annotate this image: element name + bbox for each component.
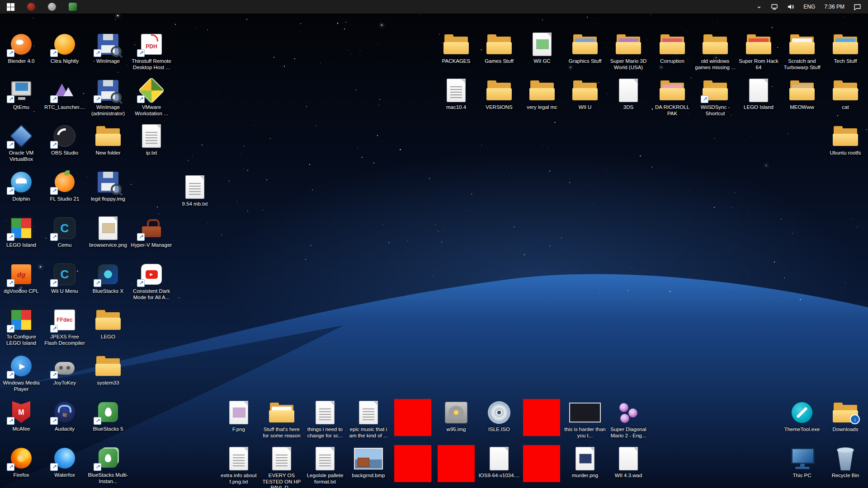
desktop-icon-this-pc[interactable]: This PC xyxy=(780,446,824,479)
desktop-icon-wii-u-menu[interactable]: C↗Wii U Menu xyxy=(43,262,86,295)
desktop-icon-red-thumbnail-64[interactable] xyxy=(520,399,563,436)
shortcut-arrow-icon: ↗ xyxy=(137,95,145,103)
desktop-icon-joytokey[interactable]: ↗JoyToKey xyxy=(43,353,86,386)
desktop-wallpaper[interactable]: ↗Blender 4.0↗QtEmu↗Oracle VM VirtualBox↗… xyxy=(0,14,868,488)
desktop-icon-stuff-that-s-here-for-some-reason[interactable]: Stuff that's here for some reason xyxy=(260,400,303,439)
desktop-icon-old-windows-games-missing[interactable]: old windows games missing ... xyxy=(693,32,737,70)
desktop-icon-wiisdsync-shortcut[interactable]: ↗WiiSDSync - Shortcut xyxy=(693,78,737,117)
desktop-icon-graphics-stuff[interactable]: Graphics Stuff xyxy=(563,32,607,65)
desktop-icon-murder-png[interactable]: murder.png xyxy=(563,446,607,479)
bsx-icon: ↗ xyxy=(88,262,128,287)
hidden-icons-chevron-icon[interactable]: ⌄ xyxy=(752,0,766,13)
desktop-icon-downloads[interactable]: ↓Downloads xyxy=(824,400,867,433)
desktop-icon-red-thumbnail-61[interactable] xyxy=(391,399,434,436)
clock[interactable]: 7:36 PM xyxy=(820,0,849,14)
desktop-icon-hyper-v-manager[interactable]: ↗Hyper-V Manager xyxy=(130,216,173,249)
desktop-icon-versions[interactable]: VERSIONS xyxy=(477,78,521,111)
desktop-icon-super-mario-3d-world-usa[interactable]: Super Mario 3D World (USA) xyxy=(607,32,650,70)
desktop-icon-winimage[interactable]: ↗WinImage xyxy=(86,32,130,65)
start-button[interactable] xyxy=(0,0,21,14)
volume-icon[interactable] xyxy=(783,0,798,14)
desktop-icon-red-thumbnail-73[interactable] xyxy=(391,445,434,482)
desktop-icon-games-stuff[interactable]: Games Stuff xyxy=(477,32,521,65)
desktop-icon-epic-music-that-i-am-the-kind-of[interactable]: epic music that i am the kind of ... xyxy=(347,400,390,439)
desktop-icon-fl-studio-21[interactable]: ↗FL Studio 21 xyxy=(43,169,86,202)
desktop-icon-thinstuff-remote-desktop-host[interactable]: PDH↗Thinstuff Remote Desktop Host ... xyxy=(130,32,173,70)
desktop-icon-jpexs-free-flash-decompiler[interactable]: FFdec↗JPEXS Free Flash Decompiler xyxy=(43,307,86,346)
desktop-icon-wii-gc[interactable]: WII GC xyxy=(520,32,564,65)
desktop-icon-new-folder[interactable]: New folder xyxy=(86,123,130,156)
desktop-icon-scratch-and-turbowarp-stuff[interactable]: Scratch and Turbowarp Stuff xyxy=(780,32,824,70)
desktop-icon-mcafee[interactable]: M↗McAfee xyxy=(0,399,43,432)
desktop-icon-legoisle-pallete-format-txt[interactable]: LegoIsle pallete format.txt xyxy=(303,446,347,485)
desktop-icon-red-thumbnail-74[interactable] xyxy=(434,445,478,482)
desktop-icon-super-rom-hack-64[interactable]: Super Rom Hack 64 xyxy=(737,32,780,70)
icon-label: extra info about f.png.txt xyxy=(217,473,260,485)
desktop-icon-dgvoodoo-cpl[interactable]: dg↗dgVoodoo CPL xyxy=(0,262,43,295)
desktop-icon-legit-floppy-img[interactable]: legit floppy.img xyxy=(86,169,130,202)
desktop-icon-obs-studio[interactable]: ↗OBS Studio xyxy=(43,123,86,156)
img-icon xyxy=(565,446,605,471)
taskbar-pinned-app-1[interactable] xyxy=(21,0,42,14)
desktop-icon-bluestacks-multi-instan[interactable]: ↗BlueStacks Multi-Instan... xyxy=(86,446,130,484)
desktop-icon-packages[interactable]: PACKAGES xyxy=(434,32,478,65)
desktop-icon-corruption[interactable]: Corruption xyxy=(651,32,694,65)
desktop-icon-bluestacks-5[interactable]: ↗BlueStacks 5 xyxy=(86,399,130,432)
desktop-icon-consistent-dark-mode-for-all-a[interactable]: ▶↗Consistent Dark Mode for All A... xyxy=(130,262,173,300)
desktop-icon-wii-u[interactable]: WII U xyxy=(563,78,607,111)
desktop-icon-f-png[interactable]: F.png xyxy=(217,400,260,433)
desktop-icon-ip-txt[interactable]: ip.txt xyxy=(130,123,173,156)
desktop-icon-mac10-4[interactable]: mac10.4 xyxy=(434,78,478,111)
desktop-icon-audacity[interactable]: ≈↗Audacity xyxy=(43,399,86,432)
desktop-icon-super-diagonal-mario-2-eng[interactable]: Super Diagonal Mario 2 - Eng... xyxy=(607,400,650,439)
desktop-icon-to-configure-lego-island[interactable]: ↗To Configure LEGO Island xyxy=(0,307,43,346)
desktop-icon-blender-4-0[interactable]: ↗Blender 4.0 xyxy=(0,32,43,65)
desktop-icon-every-os-tested-on-hp-pavi-d[interactable]: EVERY OS TESTED ON HP PAVI. D... xyxy=(260,446,303,488)
desktop-icon-lego-island[interactable]: ↗LEGO Island xyxy=(0,216,43,249)
desktop-icon-ios9-64-v1034[interactable]: IOS9-64-v1034.... xyxy=(477,446,521,479)
taskbar-pinned-app-2[interactable] xyxy=(42,0,62,14)
desktop-icon-things-i-need-to-change-for-sc[interactable]: things i need to change for sc... xyxy=(303,400,347,439)
desktop-icon-lego[interactable]: LEGO xyxy=(86,307,130,340)
waterfox-icon: ↗ xyxy=(45,446,85,471)
desktop-icon-tech-stuff[interactable]: Tech Stuff xyxy=(824,32,867,65)
desktop-icon-recycle-bin[interactable]: Recycle Bin xyxy=(824,446,867,479)
desktop-icon-qtemu[interactable]: ↗QtEmu xyxy=(0,78,43,111)
disc-icon xyxy=(479,400,519,425)
desktop-icon-meowww[interactable]: MEOWww xyxy=(780,78,824,111)
desktop-icon-oracle-vm-virtualbox[interactable]: ↗Oracle VM VirtualBox xyxy=(0,123,43,162)
desktop-icon-vmware-workstation[interactable]: ↗VMware Workstation ... xyxy=(130,78,173,117)
desktop-icon-red-thumbnail-76[interactable] xyxy=(520,445,563,482)
desktop-icon-backgrnd-bmp[interactable]: backgrnd.bmp xyxy=(347,446,390,479)
desktop-icon-firefox[interactable]: ↗Firefox xyxy=(0,446,43,479)
desktop-icon-dolphin[interactable]: ↗Dolphin xyxy=(0,169,43,202)
network-icon[interactable] xyxy=(767,0,782,14)
action-center-icon[interactable] xyxy=(849,0,865,14)
desktop-icon-rtc-launcher[interactable]: ↗RTC_Launcher.... xyxy=(43,78,86,111)
desktop-icon-ubuntu-rootfs[interactable]: Ubuntu rootfs xyxy=(824,123,867,156)
desktop-icon-bluestacks-x[interactable]: ↗BlueStacks X xyxy=(86,262,130,295)
desktop-icon-very-legal-mc[interactable]: very legal mc xyxy=(520,78,564,111)
desktop-icon-this-is-harder-than-you-t[interactable]: this is harder than you t... xyxy=(563,400,607,439)
desktop-icon-9-54-mb-txt[interactable]: 9.54 mb.txt xyxy=(173,174,217,207)
taskbar-pinned-app-3[interactable] xyxy=(62,0,83,14)
desktop-icon-windows-media-player[interactable]: ▶↗Windows Media Player xyxy=(0,353,43,392)
desktop-icon-extra-info-about-f-png-txt[interactable]: extra info about f.png.txt xyxy=(217,446,260,485)
desktop-icon-waterfox[interactable]: ↗Waterfox xyxy=(43,446,86,479)
desktop-icon-lego-island[interactable]: LEGO Island xyxy=(737,78,780,111)
desktop-icon-citra-nightly[interactable]: ↗Citra Nightly xyxy=(43,32,86,65)
desktop-icon-da-rickroll-pak[interactable]: DA RICKROLL PAK xyxy=(651,78,694,117)
desktop-icon-wii-4-3-wad[interactable]: WII 4.3.wad xyxy=(607,446,650,479)
desktop-icon-system33[interactable]: system33 xyxy=(86,353,130,386)
desktop-icon-3ds[interactable]: 3DS xyxy=(607,78,650,111)
desktop-icon-isle-iso[interactable]: ISLE.ISO xyxy=(477,400,521,433)
desktop-icon-cemu[interactable]: C↗Cemu xyxy=(43,216,86,249)
desktop-icon-browservice-png[interactable]: browservice.png xyxy=(86,216,130,249)
icon-label: WII 4.3.wad xyxy=(615,473,642,479)
desktop-icon-w95-img[interactable]: w95.img xyxy=(434,400,478,433)
language-indicator[interactable]: ENG xyxy=(799,0,819,14)
desktop-icon-cat[interactable]: cat xyxy=(824,78,867,111)
desktop-icon-winimage-administrator[interactable]: ↗WinImage (administrator) xyxy=(86,78,130,117)
icon-label: ISLE.ISO xyxy=(488,427,510,433)
desktop-icon-themetool-exe[interactable]: ThemeTool.exe xyxy=(780,400,824,433)
